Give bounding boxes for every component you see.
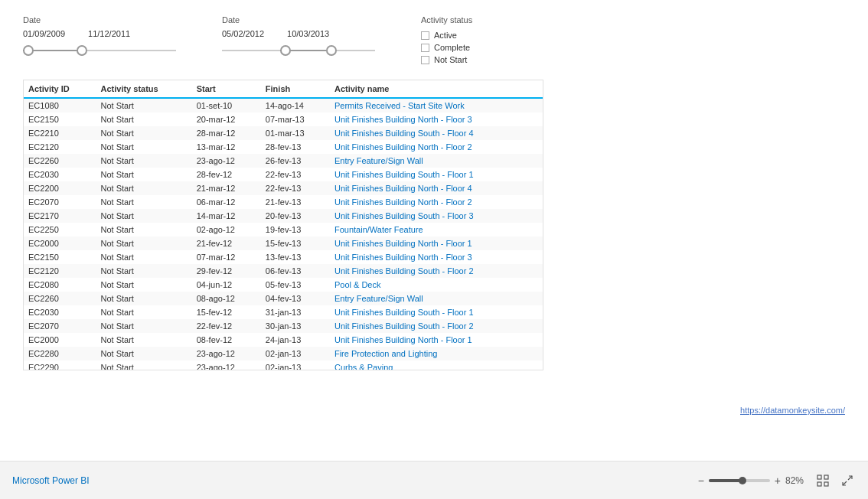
cell-id: EC2200 <box>24 181 96 195</box>
zoom-minus-btn[interactable]: − <box>698 475 704 487</box>
cell-name: Unit Finishes Building North - Floor 1 <box>330 236 543 250</box>
cell-status: Not Start <box>96 98 191 113</box>
data-table-container[interactable]: Activity ID Activity status Start Finish… <box>23 80 543 370</box>
cell-status: Not Start <box>96 319 191 333</box>
table-row: EC2150Not Start20-mar-1207-mar-13Unit Fi… <box>24 113 543 126</box>
slider-handle-2-left[interactable] <box>280 45 291 56</box>
activity-status-filter: Activity status Active Complete Not Star… <box>421 15 472 64</box>
cell-start: 23-ago-12 <box>192 154 261 168</box>
cell-name: Entry Feature/Sign Wall <box>330 154 543 168</box>
cell-status: Not Start <box>96 223 191 236</box>
cell-finish: 31-jan-13 <box>261 305 330 319</box>
col-header-finish: Finish <box>261 80 330 98</box>
expand-icon[interactable] <box>839 472 856 489</box>
cell-id: EC2170 <box>24 209 96 223</box>
checkbox-active-box[interactable] <box>421 31 429 40</box>
zoom-plus-btn[interactable]: + <box>775 475 781 487</box>
filters-row: Date 01/09/2009 11/12/2011 Date 05/02/20… <box>23 15 845 64</box>
zoom-slider[interactable] <box>709 479 770 482</box>
cell-name: Pool & Deck <box>330 278 543 292</box>
cell-status: Not Start <box>96 264 191 278</box>
zoom-slider-thumb[interactable] <box>739 477 746 484</box>
checkbox-complete[interactable]: Complete <box>421 43 472 52</box>
cell-status: Not Start <box>96 181 191 195</box>
cell-name: Unit Finishes Building North - Floor 3 <box>330 113 543 126</box>
cell-start: 08-fev-12 <box>192 333 261 347</box>
table-row: EC2150Not Start07-mar-1213-fev-13Unit Fi… <box>24 250 543 264</box>
cell-id: EC2080 <box>24 278 96 292</box>
cell-finish: 14-ago-14 <box>261 98 330 113</box>
cell-name: Unit Finishes Building North - Floor 2 <box>330 140 543 154</box>
watermark-link[interactable]: https://datamonkeysite.com/ <box>740 406 845 415</box>
cell-status: Not Start <box>96 113 191 126</box>
cell-status: Not Start <box>96 333 191 347</box>
table-row: EC2000Not Start08-fev-1224-jan-13Unit Fi… <box>24 333 543 347</box>
table-row: EC2260Not Start08-ago-1204-fev-13Entry F… <box>24 292 543 305</box>
slider-handle-2-right[interactable] <box>326 45 337 56</box>
checkbox-complete-box[interactable] <box>421 44 429 52</box>
cell-status: Not Start <box>96 209 191 223</box>
cell-id: EC1080 <box>24 98 96 113</box>
cell-start: 04-jun-12 <box>192 278 261 292</box>
cell-finish: 28-fev-13 <box>261 140 330 154</box>
svg-rect-1 <box>824 475 828 479</box>
date-filter-2-end: 10/03/2013 <box>287 29 329 38</box>
cell-name: Fire Protection and Lighting <box>330 347 543 360</box>
cell-name: Fountain/Water Feature <box>330 223 543 236</box>
cell-status: Not Start <box>96 278 191 292</box>
power-bi-link[interactable]: Microsoft Power BI <box>12 475 90 486</box>
cell-start: 23-ago-12 <box>192 347 261 360</box>
svg-line-5 <box>848 476 852 480</box>
cell-name: Permits Received - Start Site Work <box>330 98 543 113</box>
date-filter-1-slider[interactable] <box>23 43 176 58</box>
date-filter-2: Date 05/02/2012 10/03/2013 <box>222 15 375 58</box>
date-filter-2-slider[interactable] <box>222 43 375 58</box>
cell-start: 08-ago-12 <box>192 292 261 305</box>
cell-finish: 06-fev-13 <box>261 264 330 278</box>
cell-status: Not Start <box>96 236 191 250</box>
checkbox-notstart-label: Not Start <box>434 55 467 64</box>
watermark-anchor[interactable]: https://datamonkeysite.com/ <box>740 406 845 415</box>
cell-start: 14-mar-12 <box>192 209 261 223</box>
cell-finish: 30-jan-13 <box>261 319 330 333</box>
zoom-slider-fill <box>709 479 742 482</box>
cell-finish: 07-mar-13 <box>261 113 330 126</box>
cell-name: Unit Finishes Building South - Floor 1 <box>330 168 543 181</box>
cell-start: 20-mar-12 <box>192 113 261 126</box>
cell-finish: 13-fev-13 <box>261 250 330 264</box>
table-row: EC2120Not Start13-mar-1228-fev-13Unit Fi… <box>24 140 543 154</box>
slider-handle-1-right[interactable] <box>77 45 87 56</box>
cell-name: Unit Finishes Building North - Floor 4 <box>330 181 543 195</box>
cell-id: EC2260 <box>24 154 96 168</box>
cell-finish: 02-jan-13 <box>261 347 330 360</box>
cell-status: Not Start <box>96 250 191 264</box>
cell-finish: 22-fev-13 <box>261 168 330 181</box>
table-row: EC2070Not Start06-mar-1221-fev-13Unit Fi… <box>24 195 543 209</box>
table-body: EC1080Not Start01-set-1014-ago-14Permits… <box>24 98 543 370</box>
checkbox-active[interactable]: Active <box>421 31 472 40</box>
cell-id: EC2000 <box>24 236 96 250</box>
cell-start: 21-fev-12 <box>192 236 261 250</box>
table-header-row: Activity ID Activity status Start Finish… <box>24 80 543 98</box>
zoom-controls: − + 82% <box>698 475 807 487</box>
svg-rect-3 <box>824 482 828 486</box>
date-filter-1-values: 01/09/2009 11/12/2011 <box>23 29 176 38</box>
cell-name: Unit Finishes Building North - Floor 3 <box>330 250 543 264</box>
cell-start: 15-fev-12 <box>192 305 261 319</box>
svg-rect-0 <box>817 475 821 479</box>
cell-id: EC2210 <box>24 126 96 140</box>
cell-status: Not Start <box>96 305 191 319</box>
checkbox-notstart-box[interactable] <box>421 56 429 64</box>
cell-finish: 02-jan-13 <box>261 360 330 370</box>
slider-handle-1-left[interactable] <box>23 45 34 56</box>
cell-finish: 15-fev-13 <box>261 236 330 250</box>
cell-name: Unit Finishes Building South - Floor 3 <box>330 209 543 223</box>
date-filter-2-start: 05/02/2012 <box>222 29 264 38</box>
checkbox-notstart[interactable]: Not Start <box>421 55 472 64</box>
cell-start: 29-fev-12 <box>192 264 261 278</box>
fullscreen-icon[interactable] <box>814 472 831 489</box>
date-filter-1: Date 01/09/2009 11/12/2011 <box>23 15 176 58</box>
cell-finish: 24-jan-13 <box>261 333 330 347</box>
cell-start: 06-mar-12 <box>192 195 261 209</box>
checkbox-active-label: Active <box>434 31 457 40</box>
